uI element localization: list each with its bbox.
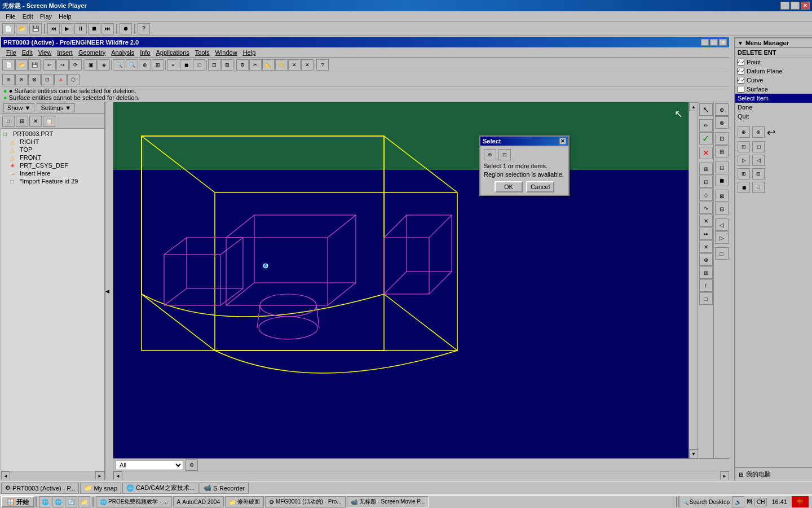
mm-icon9[interactable]: ◼ [738,182,750,193]
app-btn-screen[interactable]: 📹 无标题 - Screen Movie P... [347,496,429,507]
tree-settings-btn[interactable]: Settings ▼ [37,103,75,112]
pt-select2[interactable]: ◈ [98,59,110,71]
toolbar-save[interactable]: 💾 [29,23,42,34]
pt-help[interactable]: ? [316,59,329,71]
maximize-btn[interactable]: □ [791,2,800,10]
rt1-2[interactable]: ⊞ [699,163,713,175]
proe-menu-help[interactable]: Help [240,49,259,56]
toolbar-stop[interactable]: ⏹ [88,23,100,34]
pt-misc4[interactable]: ✂ [249,59,262,71]
menu-edit[interactable]: Edit [19,12,37,21]
hscroll-right[interactable]: ► [720,471,729,480]
proe-menu-edit[interactable]: Edit [19,49,36,56]
pt-view3[interactable]: ⊕ [139,59,151,71]
rt1-11[interactable]: □ [699,292,713,305]
viewport-canvas[interactable]: ↖ [113,102,689,458]
tree-expand-tab[interactable]: ◀ [105,102,113,480]
proe-menu-tools[interactable]: Tools [192,49,213,56]
pt2-2[interactable]: ⊗ [15,74,28,85]
toolbar-record[interactable]: ⏺ [120,23,132,34]
pt-view2[interactable]: 🔍 [126,59,138,71]
mm-icon4[interactable]: ◻ [752,141,765,152]
mm-item-point[interactable]: ✓ Point [735,58,812,67]
mm-item-surface[interactable]: Surface [735,85,812,94]
menu-file[interactable]: File [2,12,19,21]
tree-item-import[interactable]: □ *Import Feature id 29 [2,177,103,185]
pt-misc5[interactable]: 📐 [262,59,275,71]
pt-misc7[interactable]: ✕ [288,59,301,71]
ql-1[interactable]: 🌐 [39,496,51,507]
toolbar-pause[interactable]: ⏸ [74,23,87,34]
proe-menu-window[interactable]: Window [213,49,240,56]
mm-checkbox-surface[interactable] [738,86,744,93]
pt2-6[interactable]: ⬡ [67,74,80,85]
rt2-5[interactable]: ◻ [715,161,729,173]
proe-maximize[interactable]: □ [710,39,718,46]
pt-view4[interactable]: ⊞ [152,59,164,71]
app-btn-autocad[interactable]: A AutoCAD 2004 [173,496,224,507]
rt1-8[interactable]: ✕ [699,240,713,253]
toolbar-help[interactable]: ? [138,23,150,34]
rt2-6[interactable]: ◼ [715,174,729,186]
mm-icon10[interactable]: □ [752,182,765,193]
tree-item-part[interactable]: □ PRT0003.PRT [2,130,103,138]
rt1-3[interactable]: ⊡ [699,176,713,188]
tree-scroll-right[interactable]: ► [95,471,104,480]
pt-save[interactable]: 💾 [28,59,41,71]
ql-4[interactable]: 📁 [78,496,90,507]
mm-item-select[interactable]: Select Item [735,94,812,103]
tray-network[interactable]: 网 [747,498,752,506]
tree-item-top[interactable]: △ TOP [2,146,103,154]
close-btn[interactable]: ✕ [801,2,810,10]
tree-icon2[interactable]: ⊞ [16,116,28,127]
rt2-2[interactable]: ⊗ [715,116,729,129]
rt2-7[interactable]: ⊠ [715,190,729,202]
rt2-11[interactable]: □ [715,247,729,260]
mm-item-curve[interactable]: ✓ Curve [735,76,812,85]
mm-icon5[interactable]: ▷ [738,155,750,166]
pt2-3[interactable]: ⊠ [28,74,41,85]
taskbar-item-1[interactable]: ⚙ PRT0003 (Active) - P... [1,483,79,494]
pt-shade1[interactable]: ◼ [180,59,192,71]
filter-settings-btn[interactable]: ⚙ [186,459,198,471]
rt1-10[interactable]: ⊞ [699,266,713,279]
rt2-1[interactable]: ⊕ [715,103,729,116]
tree-scroll-left[interactable]: ◄ [1,471,10,480]
proe-menu-insert[interactable]: Insert [54,49,76,56]
tree-item-front[interactable]: △ FRONT [2,154,103,161]
mm-item-quit[interactable]: Quit [735,112,812,121]
pt-shade2[interactable]: ◻ [193,59,205,71]
app-btn-proe[interactable]: 🌐 PROE免费视频教学 - ... [96,496,172,507]
mm-icon8[interactable]: ⊟ [752,168,765,179]
pt-view1[interactable]: 🔍 [113,59,125,71]
proe-minimize[interactable]: _ [701,39,709,46]
rt1-9[interactable]: ⊕ [699,253,713,266]
ql-3[interactable]: 🔄 [65,496,77,507]
search-desktop[interactable]: 🔍 Search Desktop [682,499,730,505]
pt-misc8[interactable]: ✕ [301,59,314,71]
mm-checkbox-curve[interactable]: ✓ [738,77,744,84]
mm-checkbox-point[interactable]: ✓ [738,59,744,65]
mm-icon2[interactable]: ⊗ [752,126,765,138]
tree-icon3[interactable]: ✕ [29,116,42,127]
proe-menu-view[interactable]: View [36,49,55,56]
pt-layer[interactable]: ≡ [167,59,179,71]
rt1-1[interactable]: ✏ [699,119,713,132]
pt-new[interactable]: 📄 [2,59,15,71]
proe-menu-analysis[interactable]: Analysis [108,49,137,56]
tree-icon1[interactable]: □ [2,116,15,127]
toolbar-new[interactable]: 📄 [2,23,15,34]
proe-menu-applications[interactable]: Applications [153,49,192,56]
rt1-4[interactable]: ◇ [699,189,713,201]
rt1-cursor[interactable]: ↖ [699,103,713,116]
rt1-6[interactable]: ✕ [699,214,713,227]
dialog-icon2[interactable]: ⊡ [498,149,511,160]
rt2-8[interactable]: ⊟ [715,203,729,215]
dialog-icon1[interactable]: ⊕ [484,149,496,160]
proe-close[interactable]: ✕ [719,39,727,46]
proe-menu-geometry[interactable]: Geometry [76,49,108,56]
start-button[interactable]: 🪟 开始 [1,496,34,507]
filter-select[interactable]: All Geometry Features Datums Quilts [116,460,183,470]
hscroll-left[interactable]: ◄ [113,471,122,480]
vscroll-down[interactable]: ▼ [689,449,698,458]
